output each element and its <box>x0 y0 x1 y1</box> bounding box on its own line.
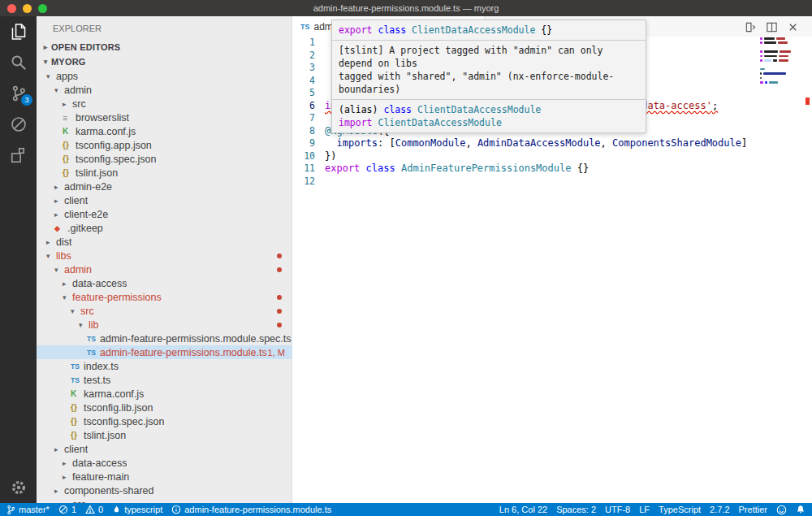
tree-folder-admin[interactable]: ▾admin <box>37 262 292 276</box>
code-token: AdminFeaturePermissionsModule <box>401 163 572 174</box>
section-project-root[interactable]: ▾ MYORG <box>37 54 292 69</box>
line-content[interactable]: export class AdminFeaturePermissionsModu… <box>325 163 589 176</box>
tree-folder-client[interactable]: ▸client <box>37 442 292 456</box>
tree-item-label: admin-e2e <box>64 181 112 193</box>
smiley-icon <box>776 505 787 515</box>
tree-folder-admin-e2e[interactable]: ▸admin-e2e <box>37 180 292 193</box>
tree-file-tslint.json[interactable]: {}tslint.json <box>37 166 292 180</box>
statusbar-item-5[interactable]: 2.7.2 <box>710 505 729 514</box>
activity-search-icon[interactable] <box>0 47 37 78</box>
line-text: }) <box>325 150 336 162</box>
chevron-collapsed-icon[interactable]: ▸ <box>54 445 64 453</box>
maximize-window-button[interactable] <box>38 4 47 13</box>
minimap[interactable] <box>760 37 797 90</box>
statusbar-item-4[interactable]: TypeScript <box>659 505 701 514</box>
chevron-collapsed-icon[interactable]: ▸ <box>54 197 64 205</box>
chevron-collapsed-icon[interactable]: ▸ <box>63 280 72 288</box>
tree-file-tsconfig.spec.json[interactable]: {}tsconfig.spec.json <box>37 152 292 166</box>
tree-file-tsconfig.spec.json[interactable]: {}tsconfig.spec.json <box>37 414 292 428</box>
statusbar-flame-3[interactable]: typescript <box>112 505 162 514</box>
tree-folder-data-access[interactable]: ▸data-access <box>37 276 292 290</box>
tree-file-tsconfig.app.json[interactable]: {}tsconfig.app.json <box>37 138 292 152</box>
activity-extensions-icon[interactable] <box>0 140 37 171</box>
tree-file-test.ts[interactable]: TStest.ts <box>37 373 292 387</box>
tree-folder-libs[interactable]: ▾libs <box>37 249 292 262</box>
statusbar-item-6[interactable]: Prettier <box>739 505 767 514</box>
tree-file-.gitkeep[interactable]: ◆.gitkeep <box>37 221 292 235</box>
chevron-expanded-icon[interactable]: ▾ <box>46 72 56 80</box>
statusbar-item-3[interactable]: LF <box>639 505 650 514</box>
code-token <box>406 24 412 36</box>
tree-folder-dist[interactable]: ▸dist <box>37 235 292 249</box>
tree-folder-client-e2e[interactable]: ▸client-e2e <box>37 207 292 221</box>
line-content[interactable]: imports: [CommonModule, AdminDataAccessM… <box>325 137 747 150</box>
chevron-expanded-icon[interactable]: ▾ <box>71 307 80 315</box>
tree-file-browserslist[interactable]: ≡browserslist <box>37 111 292 124</box>
code-token: export <box>339 24 373 36</box>
tree-file-admin-feature-permissions.module.spec.ts[interactable]: TSadmin-feature-permissions.module.spec.… <box>37 332 292 345</box>
code-token: class <box>378 24 406 36</box>
split-editor-icon[interactable] <box>766 21 778 33</box>
tree-folder-feature-main[interactable]: ▸feature-main <box>37 470 292 483</box>
tree-folder-components-shared[interactable]: ▸components-shared <box>37 483 292 497</box>
tree-file-karma.conf.js[interactable]: Kkarma.conf.js <box>37 387 292 401</box>
section-open-editors[interactable]: ▸ OPEN EDITORS <box>37 40 292 54</box>
statusbar-branch-0[interactable]: master* <box>6 505 50 515</box>
minimap-line <box>760 68 797 71</box>
chevron-collapsed-icon[interactable]: ▸ <box>54 183 64 191</box>
tree-folder-admin[interactable]: ▾admin <box>37 83 292 97</box>
code-token: CommonModule <box>395 137 466 149</box>
chevron-collapsed-icon[interactable]: ▸ <box>63 100 72 108</box>
statusbar-error-1[interactable]: 1 <box>58 505 76 514</box>
chevron-expanded-icon[interactable]: ▾ <box>54 266 64 274</box>
tree-file-karma.conf.js[interactable]: Kkarma.conf.js <box>37 124 292 138</box>
activity-explorer-icon[interactable] <box>0 16 37 47</box>
tree-file-admin-feature-permissions.module.ts[interactable]: TSadmin-feature-permissions.module.ts1, … <box>37 345 292 359</box>
tree-folder-client[interactable]: ▸client <box>37 193 292 207</box>
tree-folder-src[interactable]: ▸src <box>37 97 292 111</box>
statusbar-info-4[interactable]: admin-feature-permissions.module.ts <box>171 505 331 514</box>
chevron-expanded-icon[interactable]: ▾ <box>79 321 89 329</box>
statusbar-bell-icon[interactable] <box>796 505 806 515</box>
statusbar-item-1[interactable]: Spaces: 2 <box>556 505 596 514</box>
tree-folder-lib[interactable]: ▾lib <box>37 318 292 332</box>
chevron-collapsed-icon[interactable]: ▸ <box>54 210 64 219</box>
close-editor-icon[interactable] <box>787 21 799 33</box>
activity-debug-icon[interactable] <box>0 109 37 140</box>
line-content[interactable]: }) <box>325 150 336 163</box>
statusbar-item-0[interactable]: Ln 6, Col 22 <box>499 505 547 514</box>
overview-ruler[interactable] <box>802 16 812 503</box>
statusbar-warning-2[interactable]: 0 <box>85 505 103 514</box>
statusbar-label: 1 <box>71 505 76 514</box>
chevron-collapsed-icon[interactable]: ▸ <box>63 459 72 467</box>
tree-folder-data-access[interactable]: ▸data-access <box>37 456 292 470</box>
tree-folder-src[interactable]: ▾src <box>37 304 292 318</box>
tree-file-index.ts[interactable]: TSindex.ts <box>37 359 292 373</box>
ts-file-icon: TS <box>300 23 310 31</box>
chevron-collapsed-icon[interactable]: ▸ <box>63 473 72 481</box>
activity-source-control-icon[interactable]: 3 <box>0 78 37 109</box>
close-window-button[interactable] <box>7 4 16 13</box>
line-number: 4 <box>292 75 325 88</box>
statusbar-label: UTF-8 <box>605 505 630 514</box>
ts-file-icon: TS <box>87 335 100 343</box>
activity-settings-icon[interactable] <box>0 472 37 503</box>
chevron-collapsed-icon[interactable]: ▸ <box>54 487 64 495</box>
tree-file-tsconfig.lib.json[interactable]: {}tsconfig.lib.json <box>37 401 292 414</box>
chevron-expanded-icon[interactable]: ▾ <box>63 293 72 301</box>
statusbar-smiley-icon[interactable] <box>776 505 787 515</box>
tree-folder-apps[interactable]: ▾apps <box>37 69 292 83</box>
tree-folder-feature-permissions[interactable]: ▾feature-permissions <box>37 290 292 304</box>
minimize-window-button[interactable] <box>23 4 32 13</box>
line-text: export class AdminFeaturePermissionsModu… <box>325 163 589 174</box>
line-text: imports: [CommonModule, AdminDataAccessM… <box>325 137 747 149</box>
tree-folder-src[interactable]: ▸src <box>37 497 292 503</box>
open-changes-icon[interactable] <box>745 21 757 33</box>
ts-file-icon: TS <box>71 376 84 384</box>
statusbar-item-2[interactable]: UTF-8 <box>605 505 630 514</box>
line-number: 8 <box>292 125 325 138</box>
tree-file-tslint.json[interactable]: {}tslint.json <box>37 428 292 442</box>
chevron-expanded-icon[interactable]: ▾ <box>54 86 64 94</box>
chevron-expanded-icon[interactable]: ▾ <box>46 252 56 260</box>
chevron-collapsed-icon[interactable]: ▸ <box>46 238 56 246</box>
